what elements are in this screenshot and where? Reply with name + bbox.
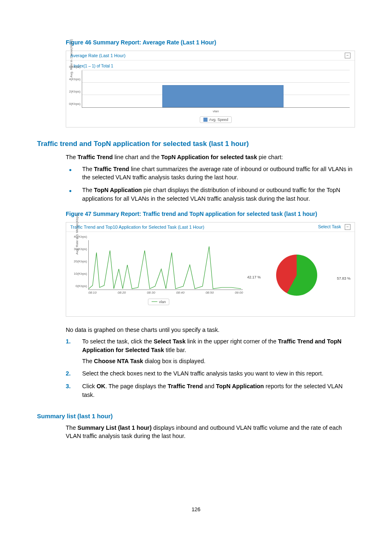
y-tick: 0(Kbps) [72, 284, 87, 287]
y-tick: 4(Kbps) [66, 77, 81, 81]
legend: vlan [148, 299, 170, 305]
legend-line-swatch [152, 301, 157, 302]
heading-summary-list: Summary list (last 1 hour) [37, 412, 355, 419]
collapse-icon[interactable]: − [345, 53, 350, 58]
step-2: Select the check boxes next to the VLAN … [66, 369, 355, 382]
y-tick: 40(Kbps) [72, 234, 87, 238]
y-tick: 10(Kbps) [72, 271, 87, 275]
figure-47-title: Traffic Trend and Top10 Application for … [70, 225, 204, 229]
y-tick: 20(Kbps) [72, 259, 87, 263]
bullet-traffic-trend: The Traffic Trend line chart summarizes … [66, 165, 355, 186]
page-number: 126 [0, 506, 392, 512]
bar-vlan [162, 85, 284, 107]
legend: Avg. Speed [200, 116, 232, 123]
x-tick: 08:20 [118, 291, 126, 294]
legend-swatch [203, 118, 208, 122]
x-tick: 08:40 [176, 291, 184, 294]
x-tick: 08:30 [147, 291, 155, 294]
figure-46-title: Average Rate (Last 1 Hour) [70, 53, 125, 58]
figure-47-panel: Traffic Trend and Top10 Application for … [66, 222, 355, 317]
y-tick: 2(Kbps) [66, 90, 81, 93]
step-3: Click OK. The page displays the Traffic … [66, 382, 355, 403]
legend-label: vlan [159, 300, 166, 304]
legend-label: Avg. Speed [209, 118, 228, 122]
summary-para: The Summary List (last 1 hour) displays … [66, 424, 355, 440]
y-tick: 0(Kbps) [66, 102, 81, 106]
x-tick: 08:10 [88, 291, 97, 294]
figure-46-panel: Average Rate (Last 1 Hour) − Index(1 – 1… [66, 51, 355, 127]
figure-47-line-chart: Avg. Rate in 1 Minute(Kbps) 0(Kbps) 10(K… [74, 240, 243, 310]
x-tick: 09:00 [235, 291, 243, 294]
figure-47-pie-chart: 42.17 % 57.83 % [247, 240, 346, 310]
x-tick: 08:50 [205, 291, 214, 294]
select-task-link[interactable]: Select Task [318, 224, 341, 229]
collapse-icon[interactable]: − [345, 224, 350, 230]
y-tick: 6(Kbps) [66, 65, 81, 69]
line-series-vlan [89, 246, 241, 289]
x-category: vlan [82, 109, 350, 113]
figure-46-chart: Avg. Rate in 1 Hour(Kbps) 0(Kbps) 2(Kbps… [71, 70, 350, 123]
figure-47-caption: Figure 47 Summary Report: Traffic trend … [66, 211, 355, 217]
y-tick: 30(Kbps) [72, 247, 87, 250]
y-axis-label: Avg. Rate in 1 Hour(Kbps) [69, 39, 73, 77]
pie [276, 255, 317, 296]
pie-label-left: 42.17 % [247, 275, 261, 279]
figure-46-caption: Figure 46 Summary Report: Average Rate (… [66, 39, 355, 46]
figure-47-header: Traffic Trend and Top10 Application for … [66, 222, 355, 232]
index-label: Index(1 – 1) of Total 1 [74, 64, 350, 68]
traffic-intro: The Traffic Trend line chart and the Top… [66, 153, 355, 162]
step-1: To select the task, click the Select Tas… [66, 337, 355, 369]
figure-46-header: Average Rate (Last 1 Hour) − [66, 51, 355, 60]
no-data-text: No data is graphed on these charts until… [66, 326, 355, 334]
heading-traffic-trend: Traffic trend and TopN application for s… [37, 140, 355, 148]
pie-label-right: 57.83 % [337, 276, 350, 280]
bullet-topn-application: The TopN Application pie chart displays … [66, 186, 355, 207]
